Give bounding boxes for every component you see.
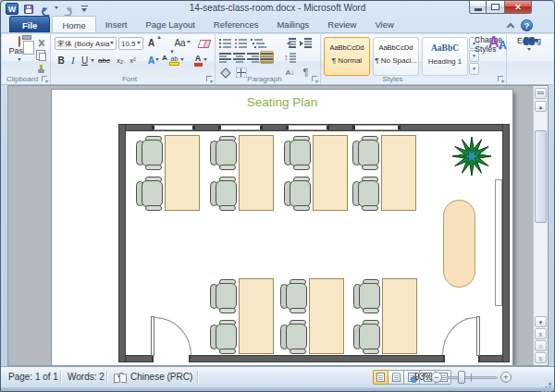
clear-formatting-button[interactable] (196, 37, 212, 51)
language-indicator[interactable]: Chinese (PRC) (130, 372, 192, 382)
chair-shape[interactable] (352, 136, 381, 170)
tab-references[interactable]: References (204, 16, 268, 32)
superscript-button[interactable]: x² (127, 54, 139, 67)
copy-button[interactable] (34, 50, 48, 62)
style-chip-heading-1[interactable]: AaBbCHeading 1 (422, 37, 468, 76)
tab-insert[interactable]: Insert (96, 16, 137, 32)
chair-shape[interactable] (210, 320, 239, 354)
chair-shape[interactable] (136, 177, 165, 211)
underline-dropdown-arrow[interactable] (91, 59, 94, 64)
select-browse-object-button[interactable]: ○ (535, 340, 547, 351)
desk-group[interactable] (210, 135, 274, 211)
scrollbar-thumb[interactable] (535, 130, 547, 223)
page-indicator[interactable]: Page: 1 of 1 (8, 372, 58, 382)
podium-table-shape[interactable] (443, 200, 475, 288)
previous-page-button[interactable]: « (535, 328, 547, 339)
tab-file[interactable]: File (9, 16, 50, 32)
tab-review[interactable]: Review (318, 16, 365, 32)
editing-button[interactable]: Editing (511, 36, 548, 55)
numbering-button[interactable] (234, 36, 248, 49)
desk-group[interactable] (353, 278, 417, 354)
wall-left[interactable] (118, 124, 126, 362)
chair-shape[interactable] (353, 320, 382, 354)
chair-shape[interactable] (210, 279, 239, 313)
minimize-ribbon-button[interactable] (505, 21, 516, 31)
help-button[interactable]: ? (521, 19, 533, 31)
wall-window-segment[interactable] (352, 125, 401, 130)
maximize-button[interactable] (487, 1, 504, 14)
change-case-button[interactable]: Aa (173, 36, 191, 50)
change-styles-button[interactable]: AA Change Styles (471, 35, 506, 54)
chair-shape[interactable] (353, 279, 382, 313)
tab-home[interactable]: Home (52, 16, 95, 32)
cut-button[interactable] (34, 37, 48, 49)
desk-shape[interactable] (313, 135, 348, 211)
desk-group[interactable] (210, 278, 274, 354)
zoom-slider-handle[interactable] (458, 371, 465, 384)
desk-group[interactable] (280, 278, 344, 354)
bullets-button[interactable] (218, 36, 232, 49)
underline-button[interactable]: U (80, 54, 90, 67)
minimize-button[interactable] (469, 1, 487, 14)
italic-button[interactable]: I (68, 54, 78, 67)
resize-grip[interactable] (549, 383, 551, 386)
vertical-scrollbar[interactable]: ▲ ▼ « ○ » (533, 86, 548, 365)
styles-dialog-launcher[interactable] (498, 76, 504, 82)
view-full-screen-reading-button[interactable] (388, 370, 404, 385)
align-right-button[interactable] (246, 51, 260, 64)
chair-shape[interactable] (284, 177, 313, 211)
clipboard-dialog-launcher[interactable] (42, 76, 48, 82)
strikethrough-button[interactable]: abc (96, 54, 112, 67)
font-name-combo[interactable]: 宋体 (Body Asia (55, 37, 117, 50)
line-spacing-button[interactable] (283, 51, 297, 64)
chair-shape[interactable] (210, 136, 239, 170)
chair-shape[interactable] (352, 177, 381, 211)
increase-indent-button[interactable] (299, 36, 313, 49)
room[interactable] (118, 124, 510, 362)
door-leaf-left[interactable] (151, 316, 154, 356)
whiteboard-shape[interactable] (495, 179, 502, 306)
bold-button[interactable]: B (56, 54, 67, 67)
justify-button[interactable] (260, 51, 274, 64)
word-count[interactable]: Words: 2 (68, 372, 105, 382)
chair-shape[interactable] (284, 136, 313, 170)
grow-font-button[interactable]: A▲ (145, 36, 157, 50)
paste-button[interactable]: Paste (6, 37, 33, 65)
wall-window-segment[interactable] (152, 125, 195, 130)
tab-mailings[interactable]: Mailings (267, 16, 318, 32)
desk-group[interactable] (136, 135, 200, 211)
multilevel-list-button[interactable] (250, 36, 264, 49)
zoom-level[interactable]: 93% (414, 372, 433, 382)
font-color-button[interactable]: A (191, 54, 210, 67)
wall-right[interactable] (502, 124, 510, 362)
next-page-button[interactable]: » (535, 352, 547, 363)
desk-shape[interactable] (239, 135, 274, 211)
font-size-combo[interactable]: 10.5 (118, 37, 143, 50)
zoom-in-button[interactable]: + (500, 372, 512, 383)
desk-shape[interactable] (165, 135, 200, 211)
chair-shape[interactable] (280, 320, 309, 354)
font-dialog-launcher[interactable] (206, 76, 213, 82)
desk-group[interactable] (284, 135, 348, 211)
title-bar[interactable]: W 14-seats-class-room.docx - Microsoft W… (1, 1, 554, 17)
scroll-down-button[interactable]: ▼ (535, 316, 547, 327)
zoom-slider-track[interactable] (446, 376, 498, 379)
close-button[interactable]: ✕ (504, 1, 532, 14)
highlight-button[interactable]: ab (167, 54, 186, 67)
style-gallery-more-button[interactable]: ▼ (469, 63, 479, 75)
desk-shape[interactable] (381, 135, 416, 211)
document-title[interactable]: Seating Plan (52, 95, 512, 109)
align-center-button[interactable] (232, 51, 246, 64)
style-chip-normal[interactable]: AaBbCcDd¶ Normal (324, 37, 370, 76)
chair-shape[interactable] (210, 177, 239, 211)
chair-shape[interactable] (280, 279, 309, 313)
view-print-layout-button[interactable] (373, 370, 388, 385)
door-leaf-right[interactable] (476, 316, 480, 356)
align-left-button[interactable] (218, 51, 232, 64)
subscript-button[interactable]: x₂ (114, 54, 126, 67)
desk-shape[interactable] (309, 278, 344, 354)
chair-shape[interactable] (136, 136, 165, 170)
style-chip-no-spaci[interactable]: AaBbCcDd¶ No Spaci... (373, 37, 419, 76)
wall-window-segment[interactable] (286, 125, 329, 130)
wall-window-segment[interactable] (218, 125, 263, 130)
